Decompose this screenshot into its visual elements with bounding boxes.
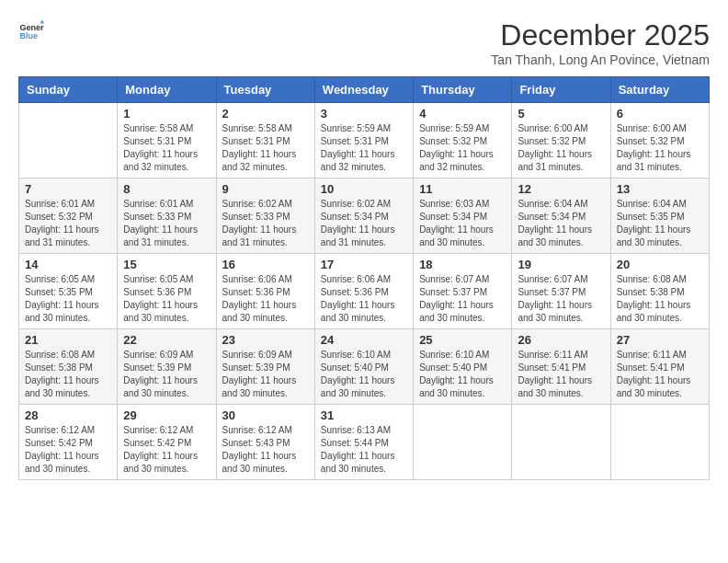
calendar-cell: [19, 103, 118, 178]
day-info: Sunrise: 6:02 AMSunset: 5:34 PMDaylight:…: [321, 198, 407, 249]
day-number: 9: [222, 182, 309, 196]
logo: General Blue: [18, 18, 44, 44]
day-info: Sunrise: 6:07 AMSunset: 5:37 PMDaylight:…: [518, 273, 604, 325]
day-info: Sunrise: 6:01 AMSunset: 5:32 PMDaylight:…: [25, 198, 111, 249]
weekday-header-monday: Monday: [118, 77, 216, 103]
calendar-cell: 21Sunrise: 6:08 AMSunset: 5:38 PMDayligh…: [19, 329, 118, 405]
day-number: 5: [518, 107, 604, 121]
weekday-header-wednesday: Wednesday: [314, 77, 413, 103]
calendar-cell: 13Sunrise: 6:04 AMSunset: 5:35 PMDayligh…: [610, 178, 709, 254]
day-number: 27: [617, 333, 703, 347]
day-number: 23: [222, 333, 309, 347]
day-number: 4: [419, 107, 506, 121]
calendar-cell: 20Sunrise: 6:08 AMSunset: 5:38 PMDayligh…: [610, 254, 709, 329]
calendar-cell: 31Sunrise: 6:13 AMSunset: 5:44 PMDayligh…: [314, 405, 413, 480]
calendar-cell: 11Sunrise: 6:03 AMSunset: 5:34 PMDayligh…: [414, 178, 512, 254]
calendar-cell: 14Sunrise: 6:05 AMSunset: 5:35 PMDayligh…: [19, 254, 118, 329]
day-info: Sunrise: 5:59 AMSunset: 5:32 PMDaylight:…: [419, 122, 506, 174]
day-number: 6: [617, 107, 703, 121]
calendar-week-3: 14Sunrise: 6:05 AMSunset: 5:35 PMDayligh…: [19, 254, 710, 329]
day-info: Sunrise: 5:58 AMSunset: 5:31 PMDaylight:…: [123, 122, 210, 174]
calendar-cell: 27Sunrise: 6:11 AMSunset: 5:41 PMDayligh…: [610, 329, 709, 405]
day-number: 15: [123, 258, 210, 271]
day-number: 21: [25, 333, 111, 347]
day-info: Sunrise: 6:03 AMSunset: 5:34 PMDaylight:…: [419, 198, 506, 249]
day-number: 24: [321, 333, 407, 347]
calendar-cell: 9Sunrise: 6:02 AMSunset: 5:33 PMDaylight…: [216, 178, 314, 254]
day-info: Sunrise: 6:00 AMSunset: 5:32 PMDaylight:…: [617, 122, 703, 174]
day-info: Sunrise: 6:05 AMSunset: 5:36 PMDaylight:…: [123, 273, 210, 325]
title-section: December 2025 Tan Thanh, Long An Povince…: [491, 18, 710, 67]
day-number: 18: [419, 258, 506, 271]
calendar-cell: 19Sunrise: 6:07 AMSunset: 5:37 PMDayligh…: [512, 254, 610, 329]
page-header: General Blue December 2025 Tan Thanh, Lo…: [18, 18, 710, 67]
calendar-cell: 16Sunrise: 6:06 AMSunset: 5:36 PMDayligh…: [216, 254, 314, 329]
day-number: 10: [321, 182, 407, 196]
day-number: 12: [518, 182, 604, 196]
day-number: 7: [25, 182, 111, 196]
svg-text:Blue: Blue: [19, 31, 38, 40]
day-info: Sunrise: 6:07 AMSunset: 5:37 PMDaylight:…: [419, 273, 506, 325]
day-info: Sunrise: 6:00 AMSunset: 5:32 PMDaylight:…: [518, 122, 604, 174]
day-number: 22: [123, 333, 210, 347]
calendar-week-2: 7Sunrise: 6:01 AMSunset: 5:32 PMDaylight…: [19, 178, 710, 254]
day-info: Sunrise: 6:06 AMSunset: 5:36 PMDaylight:…: [222, 273, 309, 325]
weekday-header-tuesday: Tuesday: [216, 77, 314, 103]
day-info: Sunrise: 6:09 AMSunset: 5:39 PMDaylight:…: [222, 349, 309, 400]
day-info: Sunrise: 6:12 AMSunset: 5:42 PMDaylight:…: [25, 424, 111, 476]
day-info: Sunrise: 6:12 AMSunset: 5:43 PMDaylight:…: [222, 424, 309, 476]
day-info: Sunrise: 6:10 AMSunset: 5:40 PMDaylight:…: [419, 349, 506, 400]
calendar-cell: 26Sunrise: 6:11 AMSunset: 5:41 PMDayligh…: [512, 329, 610, 405]
svg-marker-2: [40, 19, 44, 23]
day-number: 20: [617, 258, 703, 271]
calendar-week-4: 21Sunrise: 6:08 AMSunset: 5:38 PMDayligh…: [19, 329, 710, 405]
day-number: 31: [321, 408, 407, 422]
calendar-cell: 5Sunrise: 6:00 AMSunset: 5:32 PMDaylight…: [512, 103, 610, 178]
logo-icon: General Blue: [18, 18, 44, 44]
day-number: 14: [25, 258, 111, 271]
day-number: 29: [123, 408, 210, 422]
calendar-cell: 7Sunrise: 6:01 AMSunset: 5:32 PMDaylight…: [19, 178, 118, 254]
calendar-cell: 15Sunrise: 6:05 AMSunset: 5:36 PMDayligh…: [118, 254, 216, 329]
day-number: 16: [222, 258, 309, 271]
day-info: Sunrise: 6:08 AMSunset: 5:38 PMDaylight:…: [617, 273, 703, 325]
weekday-header-row: SundayMondayTuesdayWednesdayThursdayFrid…: [19, 77, 710, 103]
weekday-header-thursday: Thursday: [414, 77, 512, 103]
calendar-cell: 1Sunrise: 5:58 AMSunset: 5:31 PMDaylight…: [118, 103, 216, 178]
calendar-cell: 3Sunrise: 5:59 AMSunset: 5:31 PMDaylight…: [314, 103, 413, 178]
day-number: 13: [617, 182, 703, 196]
day-info: Sunrise: 6:13 AMSunset: 5:44 PMDaylight:…: [321, 424, 407, 476]
day-info: Sunrise: 5:58 AMSunset: 5:31 PMDaylight:…: [222, 122, 309, 174]
day-info: Sunrise: 6:09 AMSunset: 5:39 PMDaylight:…: [123, 349, 210, 400]
calendar-cell: 24Sunrise: 6:10 AMSunset: 5:40 PMDayligh…: [314, 329, 413, 405]
day-number: 8: [123, 182, 210, 196]
svg-text:General: General: [19, 23, 44, 32]
calendar-cell: 8Sunrise: 6:01 AMSunset: 5:33 PMDaylight…: [118, 178, 216, 254]
day-info: Sunrise: 6:04 AMSunset: 5:34 PMDaylight:…: [518, 198, 604, 249]
weekday-header-sunday: Sunday: [19, 77, 118, 103]
day-number: 25: [419, 333, 506, 347]
calendar-cell: 6Sunrise: 6:00 AMSunset: 5:32 PMDaylight…: [610, 103, 709, 178]
day-number: 26: [518, 333, 604, 347]
day-number: 19: [518, 258, 604, 271]
calendar-cell: 17Sunrise: 6:06 AMSunset: 5:36 PMDayligh…: [314, 254, 413, 329]
calendar-cell: 10Sunrise: 6:02 AMSunset: 5:34 PMDayligh…: [314, 178, 413, 254]
day-info: Sunrise: 6:04 AMSunset: 5:35 PMDaylight:…: [617, 198, 703, 249]
day-info: Sunrise: 6:08 AMSunset: 5:38 PMDaylight:…: [25, 349, 111, 400]
day-info: Sunrise: 6:02 AMSunset: 5:33 PMDaylight:…: [222, 198, 309, 249]
calendar-cell: 22Sunrise: 6:09 AMSunset: 5:39 PMDayligh…: [118, 329, 216, 405]
calendar-cell: 18Sunrise: 6:07 AMSunset: 5:37 PMDayligh…: [414, 254, 512, 329]
day-info: Sunrise: 6:01 AMSunset: 5:33 PMDaylight:…: [123, 198, 210, 249]
calendar-cell: 25Sunrise: 6:10 AMSunset: 5:40 PMDayligh…: [414, 329, 512, 405]
day-number: 3: [321, 107, 407, 121]
month-year-title: December 2025: [491, 18, 710, 52]
weekday-header-saturday: Saturday: [610, 77, 709, 103]
calendar-table: SundayMondayTuesdayWednesdayThursdayFrid…: [18, 76, 710, 480]
calendar-cell: [610, 405, 709, 480]
calendar-week-1: 1Sunrise: 5:58 AMSunset: 5:31 PMDaylight…: [19, 103, 710, 178]
calendar-week-5: 28Sunrise: 6:12 AMSunset: 5:42 PMDayligh…: [19, 405, 710, 480]
day-number: 11: [419, 182, 506, 196]
weekday-header-friday: Friday: [512, 77, 610, 103]
calendar-cell: 12Sunrise: 6:04 AMSunset: 5:34 PMDayligh…: [512, 178, 610, 254]
calendar-cell: 23Sunrise: 6:09 AMSunset: 5:39 PMDayligh…: [216, 329, 314, 405]
